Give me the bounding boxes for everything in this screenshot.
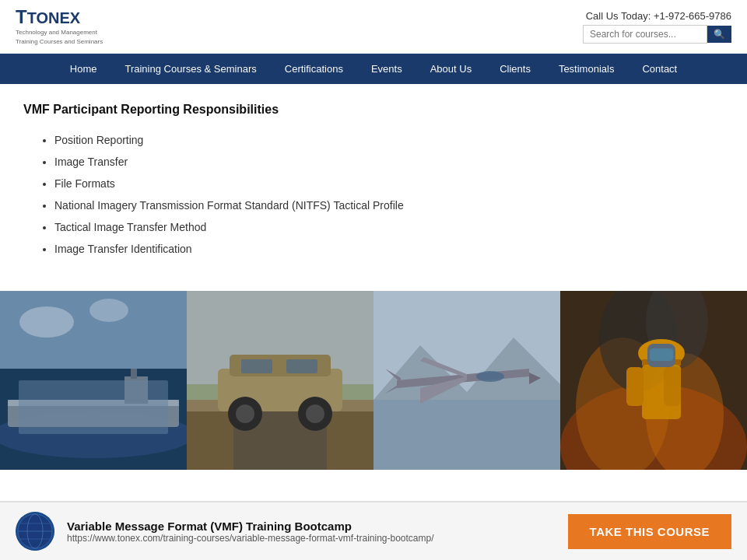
svg-rect-4 [8,400,179,406]
image-panel-jet [374,291,560,470]
list-item: National Imagery Transmission Format Sta… [54,194,724,216]
svg-point-2 [0,411,187,458]
image-panel-firefighter [560,291,747,470]
list-item: Position Reporting [54,129,724,151]
svg-rect-42 [626,367,644,406]
logo-t: T [16,6,27,28]
logo-tagline: Technology and Management Training Cours… [16,28,103,47]
nav-contact[interactable]: Contact [628,54,691,84]
logo-text: TONEX [27,9,81,27]
bullet-list: Position Reporting Image Transfer File F… [23,129,724,260]
list-item: File Formats [54,173,724,194]
nav-clients[interactable]: Clients [486,54,545,84]
svg-rect-17 [241,359,272,373]
svg-rect-5 [124,376,148,404]
nav-events[interactable]: Events [357,54,416,84]
nav-home[interactable]: Home [56,54,111,84]
page-title: VMF Participant Reporting Responsibiliti… [23,103,724,117]
search-bar[interactable]: 🔍 [583,25,731,44]
list-item: Tactical Image Transfer Method [54,216,724,238]
take-course-button[interactable]: TAKE THIS COURSE [568,514,731,549]
svg-point-9 [89,299,128,322]
cta-title: Variable Message Format (VMF) Training B… [67,520,556,533]
svg-rect-3 [8,400,179,427]
cta-globe-icon [16,512,54,551]
cta-bar: Variable Message Format (VMF) Training B… [0,501,747,560]
nav-about[interactable]: About Us [416,54,486,84]
search-button[interactable]: 🔍 [707,26,731,43]
image-panel-carrier [0,291,187,470]
svg-rect-18 [286,359,317,373]
image-strip [0,291,747,470]
cta-url: https://www.tonex.com/training-courses/v… [67,533,556,544]
cta-text-block: Variable Message Format (VMF) Training B… [67,520,556,544]
search-input[interactable] [583,25,707,44]
nav-bar: Home Training Courses & Seminars Certifi… [0,54,747,84]
svg-point-22 [306,404,324,423]
main-content: VMF Participant Reporting Responsibiliti… [0,84,747,275]
top-right: Call Us Today: +1-972-665-9786 🔍 [583,10,731,44]
top-bar: T TONEX Technology and Management Traini… [0,0,747,54]
svg-point-20 [236,404,254,423]
list-item: Image Transfer Identification [54,238,724,260]
svg-point-8 [19,306,74,338]
logo: T TONEX Technology and Management Traini… [16,6,103,47]
nav-training[interactable]: Training Courses & Seminars [110,54,270,84]
logo-brand: T TONEX [16,6,103,28]
svg-rect-45 [650,348,673,361]
svg-point-28 [476,371,504,382]
list-item: Image Transfer [54,151,724,173]
svg-rect-43 [664,367,681,406]
phone-number: Call Us Today: +1-972-665-9786 [586,10,731,22]
logo-area: T TONEX Technology and Management Traini… [16,6,103,47]
image-panel-humvee [187,291,374,470]
nav-certifications[interactable]: Certifications [271,54,357,84]
nav-testimonials[interactable]: Testimonials [545,54,629,84]
